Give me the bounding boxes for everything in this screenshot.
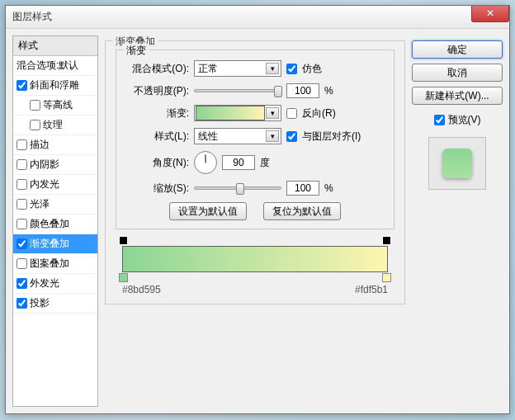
blend-options-item[interactable]: 混合选项:默认	[13, 56, 97, 76]
color-stop-right[interactable]	[382, 273, 391, 282]
style-item-label: 外发光	[30, 276, 59, 290]
set-default-button[interactable]: 设置为默认值	[169, 202, 247, 220]
style-item[interactable]: 颜色叠加	[13, 215, 97, 234]
style-checkbox[interactable]	[30, 120, 40, 130]
scale-input[interactable]	[286, 181, 319, 196]
styles-header: 样式	[13, 36, 97, 56]
style-item-label: 等高线	[43, 98, 73, 112]
close-button[interactable]: ✕	[471, 6, 509, 22]
style-item-label: 描边	[30, 138, 50, 152]
style-item-label: 纹理	[43, 118, 63, 132]
scale-label: 缩放(S):	[125, 182, 189, 196]
style-item[interactable]: 渐变叠加	[13, 234, 97, 254]
angle-label: 角度(N):	[125, 156, 189, 170]
style-item[interactable]: 斜面和浮雕	[13, 76, 97, 96]
style-checkbox[interactable]	[17, 159, 27, 170]
new-style-button[interactable]: 新建样式(W)...	[412, 87, 503, 105]
style-checkbox[interactable]	[17, 199, 27, 210]
blend-mode-label: 混合模式(O):	[125, 62, 189, 76]
color-left-label: #8bd595	[122, 284, 161, 295]
preview-checkbox[interactable]	[434, 115, 445, 125]
style-item[interactable]: 等高线	[13, 96, 97, 116]
inner-title: 渐变	[123, 44, 149, 58]
style-checkbox[interactable]	[30, 100, 40, 111]
scale-slider[interactable]	[194, 186, 281, 190]
gradient-bar[interactable]	[122, 246, 388, 272]
center-panel: 渐变叠加 渐变 混合模式(O): 正常 ▾ 仿色 不透明度(P):	[105, 35, 405, 407]
style-item-label: 投影	[30, 296, 50, 310]
preview-swatch	[428, 137, 486, 190]
opacity-label: 不透明度(P):	[125, 84, 189, 98]
reverse-label: 反向(R)	[302, 106, 336, 120]
style-checkbox[interactable]	[17, 139, 27, 150]
chevron-down-icon: ▾	[266, 107, 279, 119]
style-checkbox[interactable]	[17, 258, 27, 269]
angle-dial[interactable]	[194, 151, 217, 174]
reverse-checkbox[interactable]	[286, 108, 297, 119]
layer-style-dialog: 图层样式 ✕ 样式 混合选项:默认 斜面和浮雕等高线纹理描边内阴影内发光光泽颜色…	[5, 5, 510, 414]
style-checkbox[interactable]	[17, 238, 27, 249]
close-icon: ✕	[486, 7, 494, 19]
dither-checkbox[interactable]	[286, 64, 297, 74]
align-checkbox[interactable]	[286, 131, 297, 142]
style-item[interactable]: 投影	[13, 294, 97, 314]
styles-list: 样式 混合选项:默认 斜面和浮雕等高线纹理描边内阴影内发光光泽颜色叠加渐变叠加图…	[12, 35, 98, 407]
angle-input[interactable]	[222, 155, 255, 170]
style-item-label: 颜色叠加	[30, 217, 69, 231]
style-item[interactable]: 光泽	[13, 195, 97, 215]
opacity-input[interactable]	[286, 83, 319, 98]
style-item[interactable]: 图案叠加	[13, 254, 97, 274]
titlebar[interactable]: 图层样式 ✕	[6, 6, 509, 29]
color-right-label: #fdf5b1	[355, 284, 388, 295]
opacity-stop-right[interactable]	[382, 236, 391, 245]
preview-swatch-inner	[442, 149, 472, 178]
style-item[interactable]: 内阴影	[13, 155, 97, 175]
style-checkbox[interactable]	[17, 298, 27, 309]
reset-default-button[interactable]: 复位为默认值	[263, 202, 341, 220]
style-checkbox[interactable]	[17, 80, 27, 91]
preview-label: 预览(V)	[448, 113, 481, 127]
window-title: 图层样式	[12, 10, 52, 24]
style-checkbox[interactable]	[17, 179, 27, 190]
style-item-label: 光泽	[30, 197, 50, 211]
style-item[interactable]: 外发光	[13, 274, 97, 294]
color-stop-left[interactable]	[119, 273, 128, 282]
style-checkbox[interactable]	[17, 278, 27, 289]
style-item-label: 内发光	[30, 177, 59, 191]
style-item[interactable]: 纹理	[13, 116, 97, 135]
ok-button[interactable]: 确定	[412, 40, 503, 59]
style-item-label: 图案叠加	[30, 257, 69, 271]
style-checkbox[interactable]	[17, 219, 27, 229]
style-label: 样式(L):	[125, 130, 189, 144]
gradient-picker[interactable]: ▾	[194, 105, 281, 121]
gradient-settings: 渐变 混合模式(O): 正常 ▾ 仿色 不透明度(P):	[116, 50, 395, 229]
opacity-stop-left[interactable]	[119, 236, 128, 245]
style-select[interactable]: 线性 ▾	[194, 128, 281, 144]
right-panel: 确定 取消 新建样式(W)... 预览(V)	[412, 35, 503, 407]
chevron-down-icon: ▾	[266, 63, 279, 74]
align-label: 与图层对齐(I)	[302, 130, 361, 144]
dither-label: 仿色	[302, 62, 322, 76]
style-item-label: 内阴影	[30, 158, 59, 172]
chevron-down-icon: ▾	[266, 130, 279, 142]
cancel-button[interactable]: 取消	[412, 64, 503, 82]
gradient-overlay-group: 渐变叠加 渐变 混合模式(O): 正常 ▾ 仿色 不透明度(P):	[105, 40, 405, 304]
style-item-label: 斜面和浮雕	[30, 78, 79, 92]
style-item[interactable]: 描边	[13, 135, 97, 155]
gradient-editor: #8bd595 #fdf5b1	[116, 246, 395, 295]
gradient-label: 渐变:	[125, 106, 189, 120]
style-item[interactable]: 内发光	[13, 175, 97, 195]
opacity-slider[interactable]	[194, 89, 281, 92]
style-item-label: 渐变叠加	[30, 237, 69, 251]
blend-mode-select[interactable]: 正常 ▾	[194, 60, 281, 77]
